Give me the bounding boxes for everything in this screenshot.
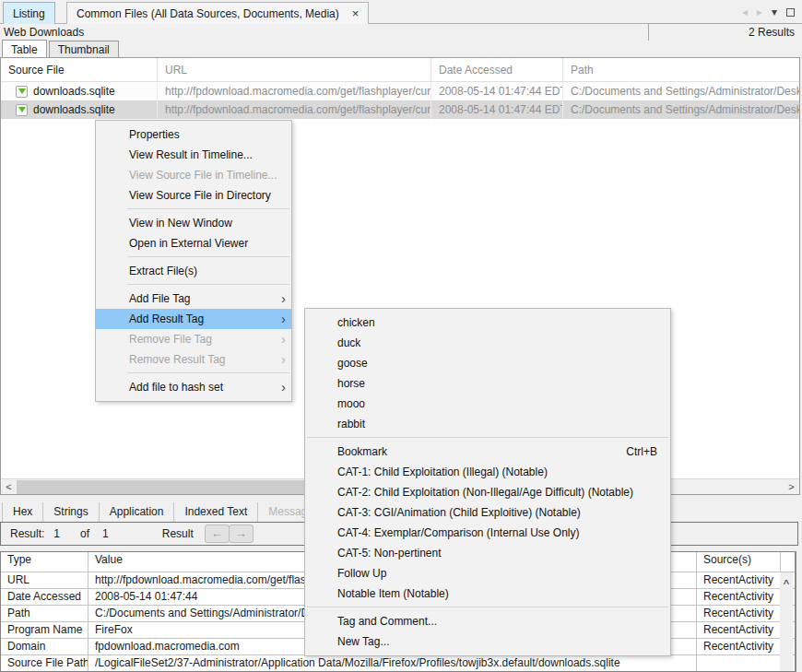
close-tab-icon[interactable]: × [352, 7, 360, 19]
table-row[interactable]: downloads.sqlite http://fpdownload.macro… [1, 82, 799, 100]
menu-item-add-file-tag[interactable]: Add File Tag › [96, 289, 291, 309]
prev-result-button[interactable]: ← [205, 525, 230, 543]
submenu-item-duck[interactable]: duck [305, 333, 670, 353]
meta-source: RecentActivity [697, 606, 781, 621]
tab-list-caret-icon[interactable]: ▾ [772, 6, 777, 18]
menu-item-add-file-to-hash-set[interactable]: Add file to hash set › [96, 377, 291, 397]
meta-source: RecentActivity [697, 639, 781, 654]
meta-type: Path [1, 606, 88, 621]
column-header-url[interactable]: URL [158, 58, 431, 81]
meta-source: RecentActivity [697, 572, 781, 588]
result-of-label: of [80, 527, 89, 540]
nav-forward-icon[interactable]: ▸ [757, 6, 762, 18]
column-header-date-accessed[interactable]: Date Accessed [431, 58, 563, 81]
tab-application[interactable]: Application [100, 502, 175, 522]
menu-item-view-in-new-window[interactable]: View in New Window [96, 213, 291, 233]
shortcut-label: Ctrl+B [626, 442, 657, 462]
submenu-item-tag-and-comment[interactable]: Tag and Comment... [305, 611, 670, 631]
header-spacer [781, 552, 795, 572]
menu-item-add-result-tag[interactable]: Add Result Tag › [96, 309, 291, 329]
menu-item-view-source-file-in-directory[interactable]: View Source File in Directory [96, 185, 291, 206]
result-nav-label: Result [162, 527, 194, 540]
menu-item-open-in-external-viewer[interactable]: Open in External Viewer [96, 233, 291, 253]
maximize-icon[interactable] [786, 8, 795, 17]
column-header-path[interactable]: Path [563, 58, 799, 81]
menu-item-label: Add file to hash set [129, 381, 223, 394]
path-cell: C:/Documents and Settings/Administrator/… [563, 100, 799, 119]
meta-value: /LogicalFileSet2/37-Administrator/Applic… [88, 655, 697, 671]
source-file-cell: downloads.sqlite [1, 82, 158, 100]
context-menu: Properties View Result in Timeline... Vi… [95, 120, 292, 402]
scroll-left-icon[interactable]: < [1, 479, 17, 495]
submenu-item-horse[interactable]: horse [305, 373, 670, 394]
tab-listing-label: Listing [13, 7, 45, 20]
submenu-item-notable-item[interactable]: Notable Item (Notable) [305, 584, 670, 604]
menu-item-view-result-in-timeline[interactable]: View Result in Timeline... [96, 145, 291, 165]
meta-type: Domain [1, 639, 88, 654]
nav-back-icon[interactable]: ◂ [742, 6, 748, 18]
result-label: Result: [10, 527, 44, 540]
menu-item-extract-files[interactable]: Extract File(s) [96, 261, 291, 281]
menu-separator [127, 256, 289, 257]
submenu-item-goose[interactable]: goose [305, 353, 670, 373]
submenu-item-cat5[interactable]: CAT-5: Non-pertinent [305, 543, 670, 563]
result-count-badge: 2 Results [648, 23, 798, 41]
column-header-source-file[interactable]: Source File [1, 58, 158, 81]
result-total: 1 [102, 527, 109, 540]
next-result-button[interactable]: → [229, 525, 254, 543]
submenu-item-mooo[interactable]: mooo [305, 394, 670, 414]
menu-item-label: Bookmark [337, 445, 387, 458]
scroll-right-icon[interactable]: > [784, 479, 799, 495]
submenu-item-new-tag[interactable]: New Tag... [305, 631, 670, 652]
submenu-arrow-icon: › [281, 289, 286, 309]
tab-strings[interactable]: Strings [43, 502, 99, 522]
view-tab-bar: Table Thumbnail [2, 41, 121, 57]
result-count-label: 2 Results [749, 26, 795, 39]
menu-item-label: Add File Tag [129, 292, 191, 305]
submenu-item-bookmark[interactable]: Ctrl+B Bookmark [305, 442, 670, 462]
menu-item-properties[interactable]: Properties [96, 124, 291, 145]
scroll-up-icon[interactable]: ^ [780, 572, 793, 589]
menu-separator [127, 372, 289, 373]
menu-item-label: Remove Result Tag [129, 353, 226, 366]
menu-item-label: Add Result Tag [129, 312, 204, 325]
tab-thumbnail[interactable]: Thumbnail [49, 41, 119, 57]
tab-thumbnail-label: Thumbnail [58, 43, 110, 56]
meta-type: Date Accessed [1, 589, 88, 605]
submenu-arrow-icon: › [281, 309, 286, 329]
menu-item-label: Remove File Tag [129, 333, 212, 346]
results-table-header: Source File URL Date Accessed Path [1, 58, 799, 82]
column-header-sources[interactable]: Source(s) [697, 552, 781, 572]
date-accessed-cell: 2008-05-14 01:47:44 EDT [431, 82, 563, 100]
tab-table[interactable]: Table [2, 40, 47, 57]
metadata-row[interactable]: Source File Path /LogicalFileSet2/37-Adm… [1, 655, 795, 672]
submenu-item-chicken[interactable]: chicken [305, 312, 670, 333]
source-file-cell: downloads.sqlite [1, 100, 158, 119]
menu-item-remove-result-tag: Remove Result Tag › [96, 349, 291, 370]
menu-item-view-source-file-in-timeline: View Source File in Timeline... [96, 165, 291, 185]
submenu-item-follow-up[interactable]: Follow Up [305, 563, 670, 584]
meta-source: RecentActivity [697, 589, 781, 605]
tab-hex[interactable]: Hex [2, 502, 43, 522]
meta-source [697, 655, 781, 671]
submenu-item-cat4[interactable]: CAT-4: Exemplar/Comparison (Internal Use… [305, 523, 670, 543]
tab-listing[interactable]: Listing [3, 2, 55, 24]
date-accessed-cell: 2008-05-14 01:47:44 EDT [431, 100, 563, 119]
submenu-item-cat1[interactable]: CAT-1: Child Exploitation (Illegal) (Not… [305, 462, 670, 482]
meta-type: Program Name [1, 622, 88, 638]
submenu-item-rabbit[interactable]: rabbit [305, 414, 670, 434]
listing-header: Web Downloads 2 Results [0, 24, 802, 41]
submenu-item-cat3[interactable]: CAT-3: CGI/Animation (Child Exploitive) … [305, 502, 670, 523]
column-header-type[interactable]: Type [1, 552, 88, 572]
submenu-item-cat2[interactable]: CAT-2: Child Exploitation (Non-Illegal/A… [305, 482, 670, 502]
page-title: Web Downloads [4, 26, 84, 39]
path-cell: C:/Documents and Settings/Administrator/… [563, 82, 799, 100]
tab-common-files[interactable]: Common Files (All Data Sources, Document… [66, 2, 369, 24]
vertical-scrollbar[interactable]: ^ [780, 572, 793, 672]
meta-type: URL [1, 572, 88, 588]
meta-type: Source File Path [1, 655, 88, 671]
table-row-selected[interactable]: downloads.sqlite http://fpdownload.macro… [1, 100, 799, 119]
tab-indexed-text[interactable]: Indexed Text [174, 502, 258, 522]
source-file-name: downloads.sqlite [33, 103, 115, 116]
tab-common-files-label: Common Files (All Data Sources, Document… [77, 7, 339, 20]
